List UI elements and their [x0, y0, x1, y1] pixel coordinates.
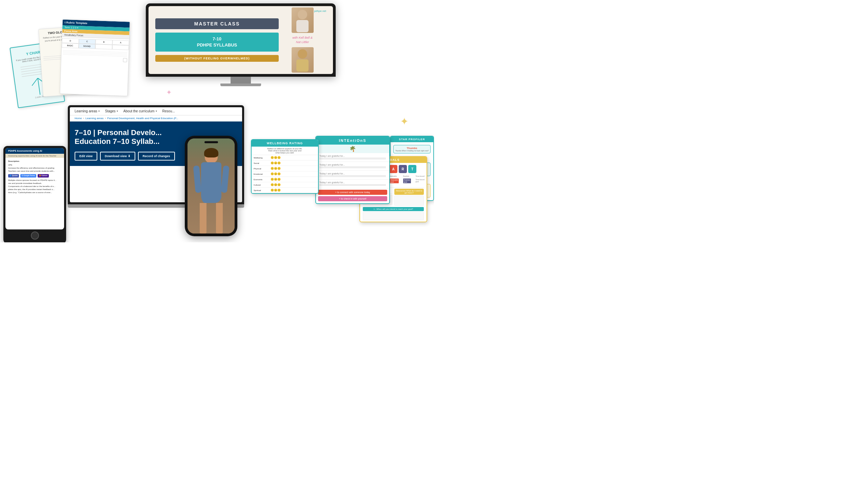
wellbeing-row-wellbeing: Wellbeing 🙁😐🙂 [252, 155, 318, 161]
tablet-bullet-1: Multiple-choice quizzes focused on PDHPE… [8, 179, 61, 182]
wellbeing-label-social: Social [254, 162, 271, 164]
smart-a-letter: A [389, 165, 397, 173]
edit-view-button[interactable]: Edit view [75, 152, 97, 161]
wellbeing-row-spiritual: Spiritual 🙁😐🙂 [252, 188, 318, 193]
kahoot-badge: 🔶 Kahoot [38, 174, 49, 178]
intentions-grateful-label-3: Today I am grateful for... [319, 172, 386, 175]
monitor-photo-2 [292, 47, 314, 73]
tablet-subheader: Assessing opportunities using AI tools f… [5, 154, 64, 158]
intentions-cta-2: + to check in with yourself [318, 196, 387, 201]
intentions-row-1: Today I am grateful for... [316, 153, 389, 162]
tablet-tools: 🔷 Quizlet G Google Forms 🔶 Kahoot [8, 174, 61, 178]
monitor-right-panel: pdhpe.net with Kell Bell & Nat Littler [279, 7, 326, 72]
intentions-row-2: Today I am grateful for... [316, 162, 389, 171]
tablet-content-line3: Teachers can save time and provide stude… [8, 170, 61, 173]
tablet-content: Description HPE Increase the efficiency … [5, 158, 64, 196]
wellbeing-label-wellbeing: Wellbeing [254, 157, 271, 159]
wellbeing-emojis-social: 🙁😐🙂 [271, 162, 281, 165]
tablet-bullet-5: tions (e.g. "Carbohydrates are a source … [8, 191, 61, 194]
intentions-line-3b [319, 176, 386, 177]
rubric-label-sound: SOUND [78, 43, 95, 49]
breadcrumb-pdhpe[interactable]: Personal Development, Health and Physica… [107, 117, 178, 120]
chevron-down-icon: ▾ [98, 110, 100, 113]
tablet-body: PDHPE Assessments using AI Assessing opp… [3, 146, 66, 242]
wellbeing-row-emotional: Emotional 🙁😐🙂 [252, 171, 318, 177]
wellbeing-emojis-emotional: 🙁😐🙂 [271, 172, 281, 175]
download-view-button[interactable]: Download view ⬇ [100, 152, 135, 161]
smart-r-letter: R [399, 165, 407, 173]
monitor-base [220, 83, 261, 86]
breadcrumb-sep-2: › [105, 117, 106, 120]
wellbeing-row-physical: Physical 🙁😐🙂 [252, 166, 318, 171]
svg-line-6 [38, 78, 40, 95]
quizlet-badge: 🔷 Quizlet [8, 174, 19, 178]
tablet-bullet-3: Components of a balanced diet or the ben… [8, 185, 61, 188]
phone [185, 136, 237, 236]
wellbeing-label-cultural: Cultural [254, 184, 271, 186]
wellbeing-row-social: Social 🙁😐🙂 [252, 161, 318, 166]
monitor-photo-placeholder-1 [292, 7, 314, 33]
svg-point-0 [298, 10, 307, 19]
monitor-accent: (WITHOUT FEELING OVERWHELMED) [155, 55, 279, 62]
nav-resources[interactable]: Resou... [162, 109, 175, 113]
goals-resources-col: Resources What do I need to get there? [394, 189, 424, 206]
star-decoration-2: ✦ [166, 88, 172, 96]
intentions-header: INTEntiOnS [316, 136, 389, 145]
smart-word-realistic: Realistic [403, 175, 409, 177]
chevron-down-icon-3: ▾ [156, 110, 157, 113]
wellbeing-label-physical: Physical [254, 168, 271, 170]
laptop-nav: Learning areas ▾ Stages ▾ About the curr… [70, 107, 242, 115]
monitor-name: with Kell Bell & Nat Littler [292, 36, 313, 44]
monitor-subtitle-line1: 7-10 [161, 36, 273, 42]
wellbeing-card: WELLBEING RATING Reflect on different as… [251, 139, 319, 194]
intentions-grateful-label-2: Today I am grateful for... [319, 164, 386, 166]
monitor-display: MASTER CLASS 7-10 PDHPE SYLLABUS (WITHOU… [149, 6, 333, 74]
breadcrumb-learning-areas[interactable]: Learning areas [85, 117, 103, 120]
download-label: Download view ⬇ [105, 154, 131, 158]
tablet-desc-label: Description [8, 160, 61, 163]
breadcrumb: Home › Learning areas › Personal Develop… [70, 115, 242, 122]
wellbeing-label-emotional: Emotional [254, 173, 271, 175]
rubric-content-lines [61, 48, 129, 64]
breadcrumb-home[interactable]: Home [75, 117, 82, 120]
monitor-left-panel: MASTER CLASS 7-10 PDHPE SYLLABUS (WITHOU… [155, 18, 279, 62]
tablet-home-button[interactable] [31, 231, 39, 240]
intentions-line-2b [319, 168, 386, 168]
monitor-logo: pdhpe.net [314, 10, 326, 13]
thumbs-question: Thumbs When it holding me back right now… [395, 150, 429, 152]
tablet-content-line1: HPE [8, 164, 61, 167]
star-decoration: ✦ [400, 115, 409, 127]
smart-word-timebound: Time-bound [416, 175, 425, 177]
intentions-line-4a [319, 184, 386, 185]
nav-stages[interactable]: Stages ▾ [105, 109, 118, 113]
nav-learning-areas[interactable]: Learning areas ▾ [75, 109, 100, 113]
star-header: STAR PROFILER [391, 136, 433, 142]
monitor-title: MASTER CLASS [155, 18, 279, 29]
wellbeing-emojis-wellbeing: 🙁😐🙂 [271, 156, 281, 159]
goals-resources-area [394, 195, 424, 206]
intentions-card: INTEntiOnS 🌴 Today I am grateful for... … [315, 136, 390, 204]
wellbeing-label-spiritual: Spiritual [254, 189, 271, 191]
intentions-line-2a [319, 167, 386, 167]
wellbeing-header: WELLBEING RATING [252, 140, 318, 147]
record-changes-button[interactable]: Record of changes [138, 152, 175, 161]
svg-rect-1 [296, 20, 309, 32]
thumbs-label: Thumbs [395, 147, 429, 150]
phone-body [185, 136, 237, 236]
google-badge: G Google Forms [20, 174, 36, 178]
nav-about-curriculum[interactable]: About the curriculum ▾ [123, 109, 157, 113]
rubric-label-empty1 [95, 44, 112, 50]
wellbeing-row-cultural: Cultural 🙁😐🙂 [252, 182, 318, 188]
rubric-label-empty2 [112, 45, 129, 50]
tablet-bullet-4: pletes the quiz, the AI provides instant… [8, 188, 61, 191]
monitor-subtitle: 7-10 PDHPE SYLLABUS [155, 33, 279, 52]
intentions-line-1a [319, 158, 386, 158]
tablet-header: PDHPE Assessments using AI [5, 148, 64, 154]
svg-rect-3 [296, 59, 309, 72]
monitor-screen: MASTER CLASS 7-10 PDHPE SYLLABUS (WITHOU… [146, 3, 336, 77]
intentions-line-3a [319, 175, 386, 176]
wellbeing-card-inner: WELLBEING RATING Reflect on different as… [251, 139, 319, 194]
star-box-thumbs: Thumbs Thumbs When it holding me back ri… [393, 145, 431, 153]
intentions-card-inner: INTEntiOnS 🌴 Today I am grateful for... … [315, 136, 390, 204]
intentions-row-3: Today I am grateful for... [316, 171, 389, 180]
